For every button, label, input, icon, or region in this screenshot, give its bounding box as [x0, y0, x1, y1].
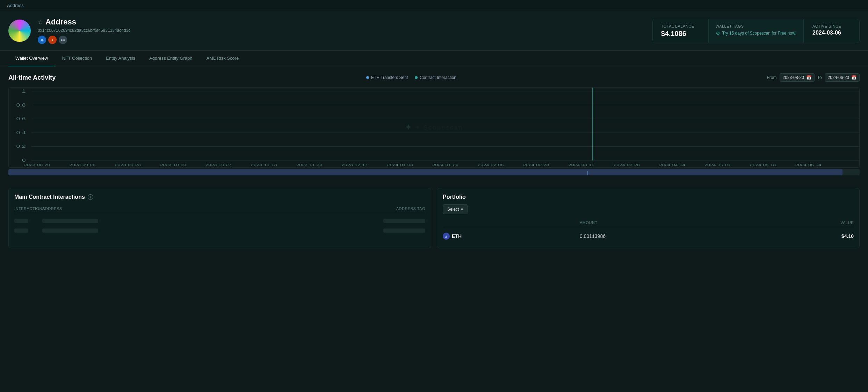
tab-address-entity-graph[interactable]: Address Entity Graph [142, 51, 200, 66]
date-to-input[interactable]: 2024-06-20 📅 [825, 73, 860, 82]
wallet-tags-link[interactable]: ⚙ Try 15 days of Scopescan for Free now! [716, 30, 796, 36]
skeleton-interactions-1 [14, 219, 28, 223]
contract-table-row [14, 216, 425, 226]
active-since-value: 2024-03-06 [812, 30, 851, 36]
col-address-tag: Address Tag [383, 206, 425, 211]
svg-text:2023-09-06: 2023-09-06 [70, 163, 96, 167]
date-from-input[interactable]: 2023-08-20 📅 [780, 73, 815, 82]
active-since-card: Active since 2024-03-06 [804, 19, 860, 43]
from-label: From [767, 75, 777, 80]
svg-text:0.4: 0.4 [16, 130, 26, 135]
svg-text:0: 0 [22, 158, 26, 162]
svg-text:2023-08-20: 2023-08-20 [24, 163, 50, 167]
address-hash: 0x14c067162694c82da3cc6bff6f45831134ac4d… [38, 28, 645, 33]
wallet-tags-label: Wallet Tags [716, 24, 796, 28]
svg-text:2023-09-23: 2023-09-23 [115, 163, 141, 167]
eth-asset: Ξ ETH [443, 233, 580, 240]
activity-title: All-time Activity [8, 74, 56, 81]
svg-text:2023-12-17: 2023-12-17 [341, 163, 368, 167]
avatar [8, 20, 31, 42]
portfolio-title: Portfolio [443, 194, 854, 200]
badge-gray: ●● [59, 36, 67, 44]
nav-tabs: Wallet Overview NFT Collection Entity An… [0, 51, 868, 66]
info-icon[interactable]: i [88, 194, 93, 200]
active-since-label: Active since [812, 24, 851, 28]
portfolio-panel: Portfolio Select ▾ Amount Value Ξ ETH 0.… [437, 188, 860, 248]
eth-amount: 0.00113986 [580, 233, 717, 239]
calendar-icon-to: 📅 [851, 75, 856, 80]
timeline-spike [587, 171, 588, 175]
gear-icon: ⚙ [716, 30, 720, 36]
portfolio-col-value: Value [717, 220, 854, 225]
address-title: Address [45, 17, 76, 27]
skeleton-address-2 [42, 228, 98, 233]
skeleton-tag-1 [383, 219, 425, 223]
eth-icon: Ξ [443, 233, 450, 240]
favorite-icon[interactable]: ☆ [38, 19, 43, 26]
contract-table-header: Interactions Address Address Tag [14, 204, 425, 213]
legend-eth-transfers: ETH Transfers Sent [366, 75, 408, 80]
svg-text:2024-02-23: 2024-02-23 [523, 163, 549, 167]
col-interactions: Interactions [14, 206, 42, 211]
svg-text:0.6: 0.6 [16, 116, 26, 121]
activity-header: All-time Activity ETH Transfers Sent Con… [8, 73, 860, 82]
portfolio-col-amount: Amount [580, 220, 717, 225]
svg-text:0.8: 0.8 [16, 102, 26, 107]
skeleton-tag-2 [383, 228, 425, 233]
badge-orange: ▲ [48, 36, 57, 44]
portfolio-table-header: Amount Value [443, 218, 854, 227]
header-section: ☆ Address 0x14c067162694c82da3cc6bff6f45… [0, 11, 868, 51]
svg-text:2024-01-03: 2024-01-03 [387, 163, 413, 167]
date-controls: From 2023-08-20 📅 To 2024-06-20 📅 [767, 73, 860, 82]
calendar-icon-from: 📅 [806, 75, 811, 80]
svg-text:0.2: 0.2 [16, 144, 26, 148]
svg-text:2024-05-18: 2024-05-18 [750, 163, 776, 167]
svg-text:2024-03-28: 2024-03-28 [614, 163, 640, 167]
total-balance-card: Total Balance $4.1086 [652, 19, 708, 43]
svg-text:2024-02-06: 2024-02-06 [478, 163, 504, 167]
timeline-bar[interactable] [8, 169, 860, 175]
address-label-row: ☆ Address [38, 17, 645, 27]
svg-text:2023-10-10: 2023-10-10 [160, 163, 186, 167]
svg-text:2023-10-27: 2023-10-27 [205, 163, 232, 167]
main-contract-panel: Main Contract Interactions i Interaction… [8, 188, 431, 248]
svg-text:2023-11-30: 2023-11-30 [296, 163, 323, 167]
tab-entity-analysis[interactable]: Entity Analysis [99, 51, 142, 66]
tab-aml-risk-score[interactable]: AML Risk Score [200, 51, 246, 66]
svg-text:2023-11-13: 2023-11-13 [251, 163, 277, 167]
top-bar: Address [0, 0, 868, 11]
total-balance-value: $4.1086 [661, 30, 700, 38]
contract-table-row-2 [14, 226, 425, 235]
svg-text:2024-01-20: 2024-01-20 [432, 163, 458, 167]
legend-contract-interaction: Contract Interaction [415, 75, 456, 80]
portfolio-select-row: Select ▾ [443, 204, 854, 214]
eth-value: $4.10 [717, 233, 854, 239]
skeleton-interactions-2 [14, 228, 28, 233]
address-info: ☆ Address 0x14c067162694c82da3cc6bff6f45… [38, 17, 645, 44]
total-balance-label: Total Balance [661, 24, 700, 28]
svg-text:2024-04-14: 2024-04-14 [659, 163, 685, 167]
svg-text:2024-06-04: 2024-06-04 [795, 163, 822, 167]
badge-blue: ◆ [38, 36, 46, 44]
address-badges: ◆ ▲ ●● [38, 36, 645, 44]
portfolio-table-row: Ξ ETH 0.00113986 $4.10 [443, 230, 854, 242]
topbar-label: Address [7, 3, 24, 8]
svg-text:1: 1 [22, 89, 26, 93]
legend: ETH Transfers Sent Contract Interaction [366, 75, 456, 80]
legend-dot-eth [366, 76, 369, 79]
timeline-fill [8, 169, 842, 175]
legend-dot-contract [415, 76, 418, 79]
wallet-tags-link-text: Try 15 days of Scopescan for Free now! [722, 31, 796, 36]
to-label: To [817, 75, 822, 80]
tab-wallet-overview[interactable]: Wallet Overview [8, 51, 55, 66]
tab-nft-collection[interactable]: NFT Collection [55, 51, 99, 66]
svg-text:2024-05-01: 2024-05-01 [704, 163, 731, 167]
header-stats: Total Balance $4.1086 Wallet Tags ⚙ Try … [652, 19, 860, 43]
skeleton-address-1 [42, 219, 98, 223]
chevron-down-icon: ▾ [461, 207, 463, 212]
wallet-tags-card: Wallet Tags ⚙ Try 15 days of Scopescan f… [708, 19, 804, 43]
portfolio-select-btn[interactable]: Select ▾ [443, 204, 468, 214]
main-contract-title: Main Contract Interactions i [14, 194, 425, 200]
activity-chart: 1 0.8 0.6 0.4 0.2 0 2023-08-20 2023-09-0… [8, 87, 860, 168]
portfolio-col-asset [443, 220, 580, 225]
